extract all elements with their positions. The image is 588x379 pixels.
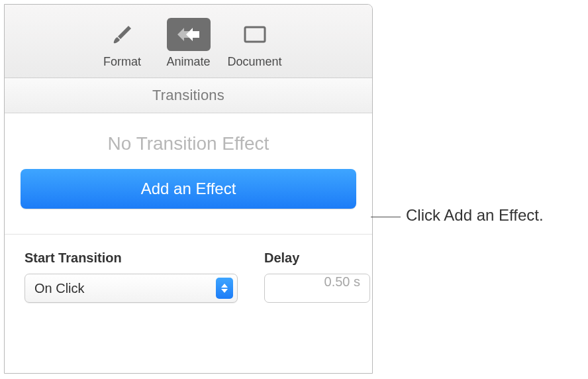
paintbrush-icon	[101, 18, 144, 51]
section-header-transitions: Transitions	[5, 78, 372, 113]
tab-label: Animate	[156, 55, 222, 69]
document-icon	[233, 18, 277, 51]
section-title: Transitions	[152, 87, 224, 104]
inspector-panel: Format Animate	[4, 4, 373, 374]
tab-label: Document	[222, 55, 288, 69]
tab-format[interactable]: Format	[89, 18, 156, 69]
delay-input[interactable]: 0.50 s	[264, 274, 370, 303]
delay-label: Delay	[264, 250, 373, 266]
tab-label: Format	[89, 55, 156, 69]
inspector-toolbar: Format Animate	[5, 5, 372, 78]
callout-leader-line	[371, 217, 401, 217]
popup-chevrons-icon	[216, 278, 233, 299]
transition-status-text: No Transition Effect	[21, 133, 356, 154]
add-effect-button[interactable]: Add an Effect	[21, 169, 356, 209]
callout-text: Click Add an Effect.	[406, 206, 544, 225]
tab-animate[interactable]: Animate	[156, 18, 222, 69]
animate-icon	[167, 18, 211, 51]
start-transition-label: Start Transition	[24, 250, 238, 266]
svg-rect-0	[245, 27, 265, 42]
delay-value: 0.50 s	[324, 274, 360, 289]
start-transition-popup[interactable]: On Click	[24, 274, 238, 303]
tab-document[interactable]: Document	[222, 18, 288, 69]
popup-value: On Click	[34, 281, 85, 296]
